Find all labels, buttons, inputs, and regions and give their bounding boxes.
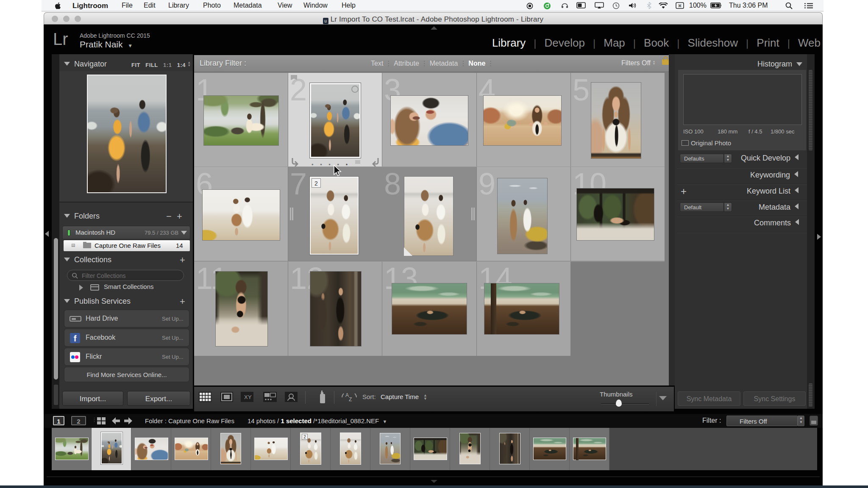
svg-text:Y: Y [248, 394, 252, 400]
svg-text:Z: Z [349, 396, 352, 402]
svg-text:X: X [244, 394, 248, 400]
svg-text:⌘: ⌘ [678, 4, 682, 8]
svg-text:A: A [345, 392, 349, 398]
